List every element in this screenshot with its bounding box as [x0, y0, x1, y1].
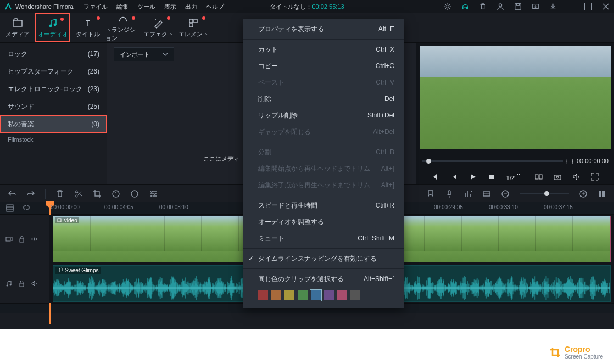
svg-point-37 [34, 238, 35, 240]
svg-point-21 [113, 191, 119, 197]
menu-item[interactable]: オーディオを調整する [243, 214, 404, 230]
svg-point-1 [499, 4, 501, 7]
preview-slider[interactable] [422, 160, 563, 162]
window-minimize[interactable] [567, 3, 574, 10]
menu-tools[interactable]: ツール [137, 3, 155, 11]
color-swatch[interactable] [298, 290, 308, 300]
mute-icon[interactable] [31, 280, 38, 287]
tab-element[interactable]: エレメント [176, 13, 211, 42]
tab-transition[interactable]: トランジション [105, 13, 141, 42]
svg-rect-11 [194, 19, 197, 23]
svg-rect-34 [7, 207, 13, 209]
menu-item[interactable]: カットCtrl+X [243, 41, 404, 58]
zoom-slider[interactable] [520, 193, 569, 194]
menu-file[interactable]: ファイル [83, 3, 108, 11]
stop-icon[interactable] [488, 173, 495, 181]
svg-rect-32 [602, 191, 605, 197]
export-icon[interactable] [532, 3, 539, 10]
sidebar-item-sound[interactable]: サウンド(25) [0, 98, 107, 115]
volume-icon[interactable] [572, 173, 580, 181]
color-swatch[interactable] [284, 290, 294, 300]
window-maximize[interactable] [584, 3, 592, 10]
menu-item[interactable]: リップル削除Shift+Del [243, 107, 404, 124]
speed-icon[interactable] [130, 189, 139, 198]
snapshot-icon[interactable] [554, 173, 561, 181]
menu-item[interactable]: 同じ色のクリップを選択するAlt+Shift+` [243, 271, 404, 287]
svg-rect-17 [554, 175, 561, 180]
menu-item[interactable]: ミュートCtrl+Shift+M [243, 230, 404, 247]
svg-rect-41 [20, 283, 24, 287]
svg-rect-12 [189, 24, 193, 27]
sidebar-item-electro[interactable]: エレクトロニック-ロック(23) [0, 80, 107, 98]
split-icon[interactable] [74, 189, 83, 198]
color-icon[interactable] [111, 189, 120, 198]
download-icon[interactable] [549, 3, 557, 10]
tab-audio[interactable]: オーディオ [35, 13, 70, 42]
menu-view[interactable]: 表示 [164, 3, 176, 11]
svg-rect-31 [599, 191, 601, 197]
cropro-logo-icon [549, 346, 561, 359]
svg-point-39 [7, 285, 8, 287]
compare-icon[interactable] [535, 173, 543, 181]
save-icon[interactable] [514, 3, 522, 10]
import-button[interactable]: インポート [114, 47, 174, 61]
fullscreen-icon[interactable] [591, 173, 599, 181]
menu-item[interactable]: コピーCtrl+C [243, 58, 404, 74]
crop-icon[interactable] [93, 189, 102, 198]
menu-item[interactable]: タイムラインスナッピングを有効にする [243, 250, 404, 267]
sidebar-item-hipster[interactable]: ヒップスターフォーク(26) [0, 63, 107, 80]
color-swatch[interactable] [311, 290, 321, 300]
color-swatch[interactable] [350, 290, 360, 300]
eye-icon[interactable] [31, 236, 38, 243]
menu-item: ギャップを閉じるAlt+Del [243, 124, 404, 140]
menu-item[interactable]: 削除Del [243, 91, 404, 107]
menu-help[interactable]: ヘルプ [206, 3, 224, 11]
window-close[interactable] [602, 3, 610, 10]
link-icon[interactable] [22, 204, 31, 212]
step-back-icon[interactable] [432, 173, 439, 181]
tab-effect[interactable]: エフェクト [141, 13, 176, 42]
redo-icon[interactable] [26, 189, 35, 198]
headphones-icon[interactable] [461, 3, 469, 10]
undo-icon[interactable] [8, 189, 16, 198]
preview-video[interactable] [420, 46, 611, 149]
sidebar-item-mymusic[interactable]: 私の音楽(0) [0, 115, 107, 133]
trash-icon[interactable] [479, 3, 487, 10]
marker-icon[interactable] [426, 189, 435, 198]
tab-title[interactable]: T タイトル [70, 13, 105, 42]
audio-mixer-icon[interactable] [464, 189, 472, 198]
video-track-icon [5, 236, 13, 243]
settings-icon[interactable] [149, 189, 158, 198]
svg-rect-3 [516, 4, 519, 6]
play-icon[interactable] [469, 173, 477, 181]
zoom-fit-icon[interactable] [598, 189, 606, 198]
brightness-icon[interactable] [444, 3, 451, 10]
tab-media[interactable]: メディア [0, 13, 35, 42]
zoom-out-icon[interactable] [501, 189, 510, 198]
lock-icon[interactable] [18, 236, 25, 243]
record-voice-icon[interactable] [445, 189, 454, 198]
menu-edit[interactable]: 編集 [116, 3, 129, 11]
svg-text:T: T [86, 19, 91, 27]
menu-item[interactable]: スピードと再生時間Ctrl+R [243, 197, 404, 214]
lock-icon[interactable] [18, 280, 25, 287]
svg-point-22 [115, 192, 116, 193]
prev-frame-icon[interactable] [450, 173, 458, 181]
playback-ratio[interactable]: 1/2 [506, 172, 524, 181]
color-swatch[interactable] [271, 290, 281, 300]
menu-item[interactable]: プロパティを表示するAlt+E [243, 21, 404, 37]
chevron-down-icon [163, 52, 168, 57]
filmstock-link[interactable]: Filmstock [0, 133, 107, 146]
preview-timecode: 00:00:00:00 [577, 158, 609, 164]
menu-output[interactable]: 出力 [185, 3, 197, 11]
render-icon[interactable] [482, 189, 491, 198]
color-swatch[interactable] [324, 290, 334, 300]
user-icon[interactable] [496, 3, 504, 10]
delete-icon[interactable] [55, 189, 64, 198]
color-swatch[interactable] [337, 290, 347, 300]
sidebar: ロック(17) ヒップスターフォーク(26) エレクトロニック-ロック(23) … [0, 43, 107, 184]
sidebar-item-rock[interactable]: ロック(17) [0, 45, 107, 63]
color-swatch[interactable] [258, 290, 268, 300]
track-manager-icon[interactable] [5, 204, 14, 212]
zoom-in-icon[interactable] [579, 189, 588, 198]
